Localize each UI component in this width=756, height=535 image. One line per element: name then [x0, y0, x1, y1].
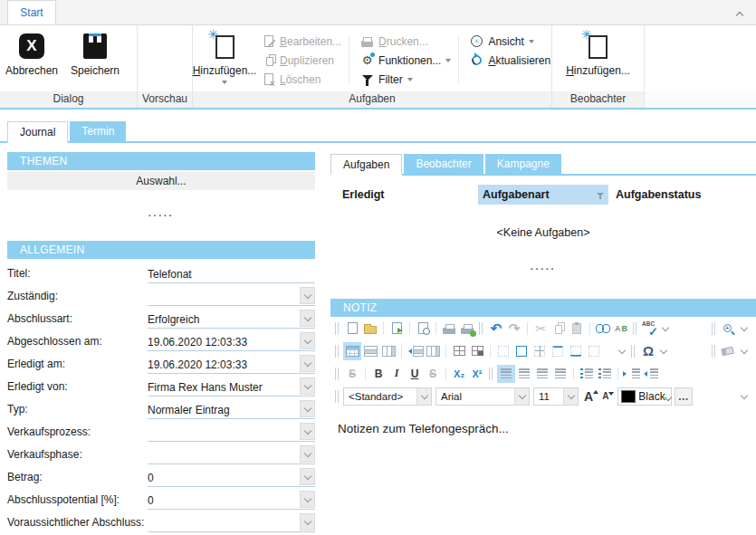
spellcheck-dropdown[interactable]	[659, 320, 672, 338]
dropdown-button[interactable]	[300, 423, 315, 440]
outdent-button[interactable]	[640, 365, 658, 383]
merge-cells-button[interactable]	[450, 342, 468, 360]
align-left-button[interactable]	[497, 365, 515, 383]
dropdown-button[interactable]	[300, 287, 315, 304]
style-dropdown-button[interactable]	[416, 388, 431, 405]
table-columns-button[interactable]	[379, 342, 397, 360]
tab-termin[interactable]: Termin	[70, 121, 126, 143]
spellcheck-button[interactable]: ABC	[641, 320, 659, 338]
funktionen-button[interactable]: Funktionen...	[360, 53, 451, 68]
betrag-field[interactable]: 0	[148, 465, 315, 487]
insert-row-button[interactable]	[406, 342, 424, 360]
zoom-dropdown[interactable]	[738, 320, 751, 338]
save-button[interactable]	[388, 320, 406, 338]
font-color-select[interactable]: Black	[617, 387, 671, 406]
font-size-select[interactable]: 11	[533, 387, 579, 406]
eraser-button[interactable]	[718, 342, 736, 360]
verkaufsprozess-field[interactable]	[148, 420, 315, 442]
dropdown-button[interactable]	[300, 332, 315, 349]
table-rows-button[interactable]	[361, 342, 379, 360]
superscript-button[interactable]: X²	[468, 365, 486, 383]
dropdown-button[interactable]	[300, 310, 315, 327]
border-inner-button[interactable]	[531, 342, 549, 360]
border-clear-button[interactable]	[585, 342, 603, 360]
dropdown-button[interactable]	[300, 377, 315, 395]
auswahl-button[interactable]: Auswahl...	[7, 172, 315, 190]
print-preview-button[interactable]	[414, 320, 432, 338]
tab-start[interactable]: Start	[7, 0, 56, 24]
dropdown-button[interactable]	[300, 468, 315, 485]
undo-button[interactable]: ↶	[487, 320, 505, 338]
special-character-dropdown[interactable]	[657, 342, 670, 360]
border-outer-button[interactable]	[512, 342, 531, 360]
dropdown-button[interactable]	[300, 355, 315, 372]
note-editor[interactable]: Notizen zum Telefongespräch...	[330, 407, 756, 533]
aktualisieren-button[interactable]: Aktualisieren	[470, 53, 550, 68]
collapse-ribbon-button[interactable]	[734, 9, 745, 18]
toolbar-grip[interactable]	[479, 322, 483, 335]
borders-dropdown[interactable]	[616, 342, 628, 360]
bullet-list-button[interactable]	[578, 365, 596, 383]
dropdown-button[interactable]	[300, 491, 315, 508]
splitter-handle[interactable]: ·····	[531, 263, 556, 274]
abschlusspotential-field[interactable]: 0	[148, 488, 315, 510]
print-setup-button[interactable]	[458, 320, 476, 338]
decrease-font-button[interactable]: A	[602, 391, 614, 401]
find-button[interactable]	[594, 320, 612, 338]
border-bottom-button[interactable]	[567, 342, 585, 360]
tab-aufgaben[interactable]: Aufgaben	[330, 154, 402, 176]
toolbar-grip[interactable]	[335, 322, 339, 335]
border-top-button[interactable]	[549, 342, 567, 360]
size-dropdown-button[interactable]	[563, 388, 578, 405]
ansicht-button[interactable]: Ansicht	[470, 33, 550, 49]
tab-kampagne[interactable]: Kampagne	[485, 154, 561, 176]
tab-beobachter[interactable]: Beobachter	[404, 154, 483, 176]
splitter-handle[interactable]: ·····	[148, 210, 174, 221]
toolbar-grip[interactable]	[631, 345, 635, 358]
toolbar-grip[interactable]	[335, 390, 339, 403]
insert-table-button[interactable]	[343, 342, 361, 360]
loeschen-button[interactable]: Löschen	[262, 72, 341, 87]
titel-field[interactable]: Telefonat	[148, 262, 315, 283]
verkaufsphase-field[interactable]	[148, 443, 315, 464]
copy-button[interactable]	[550, 320, 568, 338]
duplizieren-button[interactable]: Duplizieren	[262, 53, 341, 68]
zoom-button[interactable]	[718, 320, 736, 338]
strikethrough-button[interactable]: S	[424, 365, 442, 383]
filter-icon[interactable]	[597, 193, 604, 196]
abgeschlossen-am-field[interactable]: 19.06.2020 12:03:33	[148, 330, 315, 351]
filter-button[interactable]: Filter	[360, 72, 451, 87]
beobachter-hinzufuegen-button[interactable]: Hinzufügen...	[567, 30, 630, 91]
toolbar-grip[interactable]	[712, 345, 715, 358]
zustaendig-field[interactable]	[148, 284, 315, 306]
toolbar-grip[interactable]	[712, 322, 715, 335]
aufgaben-hinzufuegen-button[interactable]: Hinzufügen...	[193, 30, 256, 91]
justify-button[interactable]	[551, 365, 569, 383]
toolbar-grip[interactable]	[489, 368, 493, 380]
print-button[interactable]	[440, 320, 458, 338]
toolbar-overflow-dropdown[interactable]	[738, 387, 751, 406]
underline-button[interactable]: U	[406, 365, 424, 383]
italic-button[interactable]: I	[388, 365, 406, 383]
toolbar-grip[interactable]	[633, 322, 636, 335]
dropdown-button[interactable]	[300, 400, 315, 417]
speichern-button[interactable]: Speichern	[63, 30, 127, 91]
toolbar-grip[interactable]	[335, 345, 339, 358]
voraussichtlicher-abschluss-field[interactable]	[148, 511, 315, 532]
dropdown-button[interactable]	[300, 513, 315, 530]
border-none-button[interactable]	[494, 342, 512, 360]
erledigt-von-field[interactable]: Firma Rex Hans Muster	[148, 375, 315, 396]
paste-button[interactable]	[568, 320, 586, 338]
column-header-erledigt[interactable]: Erledigt	[342, 188, 478, 201]
increase-font-button[interactable]: A	[584, 389, 598, 404]
font-family-select[interactable]: Arial	[435, 387, 530, 406]
numbered-list-button[interactable]	[596, 365, 614, 383]
toolbar-grip[interactable]	[335, 368, 339, 380]
column-header-aufgabenart[interactable]: Aufgabenart	[478, 185, 608, 205]
bearbeiten-button[interactable]: Bearbeiten...	[262, 33, 341, 49]
typ-field[interactable]: Normaler Eintrag	[148, 397, 315, 419]
align-right-button[interactable]	[533, 365, 551, 383]
erledigt-am-field[interactable]: 19.06.2020 12:03:33	[148, 352, 315, 374]
tab-journal[interactable]: Journal	[7, 121, 68, 143]
open-button[interactable]	[361, 320, 379, 338]
